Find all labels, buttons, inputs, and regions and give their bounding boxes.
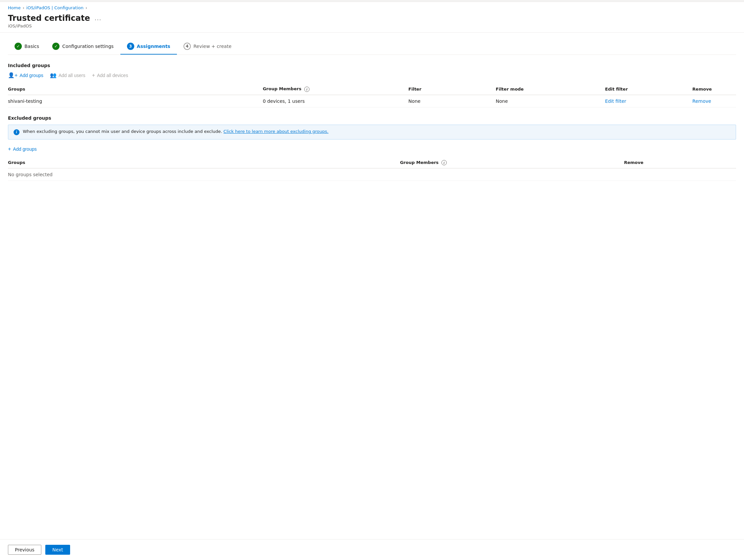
breadcrumb-config[interactable]: iOS/iPadOS | Configuration <box>27 5 84 10</box>
group-filter-cell: None <box>408 95 496 107</box>
tab-basics[interactable]: ✓ Basics <box>8 39 46 54</box>
tab-config-label: Configuration settings <box>62 44 113 49</box>
main-content: ✓ Basics ✓ Configuration settings 3 Assi… <box>0 33 744 539</box>
add-all-users-label: Add all users <box>59 73 85 78</box>
col-header-members-excluded: Group Members i <box>400 157 624 169</box>
add-groups-included-icon: 👤+ <box>8 72 17 78</box>
excluded-groups-section: Excluded groups i When excluding groups,… <box>8 115 736 181</box>
add-groups-included-label: Add groups <box>20 73 43 78</box>
footer: Previous Next <box>0 539 744 560</box>
group-filtermode-cell: None <box>496 95 605 107</box>
tab-review[interactable]: 4 Review + create <box>177 39 238 54</box>
add-all-users-button[interactable]: 👥 Add all users <box>50 72 85 78</box>
previous-button[interactable]: Previous <box>8 545 41 555</box>
info-banner-text: When excluding groups, you cannot mix us… <box>23 129 328 134</box>
add-all-users-icon: 👥 <box>50 72 57 78</box>
included-groups-section: Included groups 👤+ Add groups 👥 Add all … <box>8 63 736 107</box>
add-all-devices-button[interactable]: + Add all devices <box>92 72 128 78</box>
col-header-groups-included: Groups <box>8 84 263 95</box>
tab-assignments-label: Assignments <box>137 44 170 49</box>
group-name-cell: shivani-testing <box>8 95 263 107</box>
page-header: Trusted certificate ... iOS/iPadOS <box>0 11 744 33</box>
add-groups-button-included[interactable]: 👤+ Add groups <box>8 72 43 78</box>
edit-filter-link[interactable]: Edit filter <box>605 95 693 107</box>
page-subtitle: iOS/iPadOS <box>8 24 736 29</box>
remove-group-link[interactable]: Remove <box>693 95 736 107</box>
included-groups-actions: 👤+ Add groups 👥 Add all users + Add all … <box>8 72 736 78</box>
members-info-icon-included: i <box>304 87 309 92</box>
next-button[interactable]: Next <box>45 545 70 555</box>
more-options-button[interactable]: ... <box>93 15 103 22</box>
wizard-tabs: ✓ Basics ✓ Configuration settings 3 Assi… <box>8 33 736 55</box>
exclude-info-banner: i When excluding groups, you cannot mix … <box>8 125 736 140</box>
tab-basics-icon: ✓ <box>14 43 22 50</box>
col-header-remove-included: Remove <box>693 84 736 95</box>
col-header-editfilter-included: Edit filter <box>605 84 693 95</box>
add-all-devices-label: Add all devices <box>97 73 128 78</box>
breadcrumb-home[interactable]: Home <box>8 5 21 10</box>
table-row: No groups selected <box>8 168 736 181</box>
col-header-groups-excluded: Groups <box>8 157 400 169</box>
page-title: Trusted certificate <box>8 13 90 23</box>
col-header-members-included: Group Members i <box>263 84 408 95</box>
excluded-groups-title: Excluded groups <box>8 115 736 121</box>
included-groups-table: Groups Group Members i Filter Filter mod… <box>8 84 736 107</box>
tab-review-icon: 4 <box>184 43 191 50</box>
breadcrumb: Home › iOS/iPadOS | Configuration › <box>0 2 744 11</box>
no-groups-cell: No groups selected <box>8 168 736 181</box>
info-banner-link[interactable]: Click here to learn more about excluding… <box>224 129 329 134</box>
col-header-filter-included: Filter <box>408 84 496 95</box>
tab-assignments[interactable]: 3 Assignments <box>120 39 177 54</box>
excluded-groups-table: Groups Group Members i Remove No groups … <box>8 157 736 181</box>
tab-review-label: Review + create <box>193 44 231 49</box>
members-info-icon-excluded: i <box>441 160 447 165</box>
info-banner-icon: i <box>13 129 20 135</box>
tab-config-settings[interactable]: ✓ Configuration settings <box>46 39 120 54</box>
tab-assignments-icon: 3 <box>127 43 134 50</box>
breadcrumb-sep1: › <box>23 5 24 10</box>
tab-config-icon: ✓ <box>52 43 60 50</box>
breadcrumb-sep2: › <box>85 5 87 10</box>
included-groups-title: Included groups <box>8 63 736 68</box>
table-row: shivani-testing 0 devices, 1 users None … <box>8 95 736 107</box>
add-groups-button-excluded[interactable]: + Add groups <box>8 146 37 152</box>
add-groups-excluded-label: Add groups <box>13 146 37 152</box>
col-header-remove-excluded: Remove <box>624 157 736 169</box>
add-all-devices-icon: + <box>92 72 95 78</box>
add-groups-excluded-icon: + <box>8 146 11 152</box>
group-members-cell: 0 devices, 1 users <box>263 95 408 107</box>
excluded-groups-actions: + Add groups <box>8 146 736 152</box>
col-header-filtermode-included: Filter mode <box>496 84 605 95</box>
tab-basics-label: Basics <box>25 44 39 49</box>
